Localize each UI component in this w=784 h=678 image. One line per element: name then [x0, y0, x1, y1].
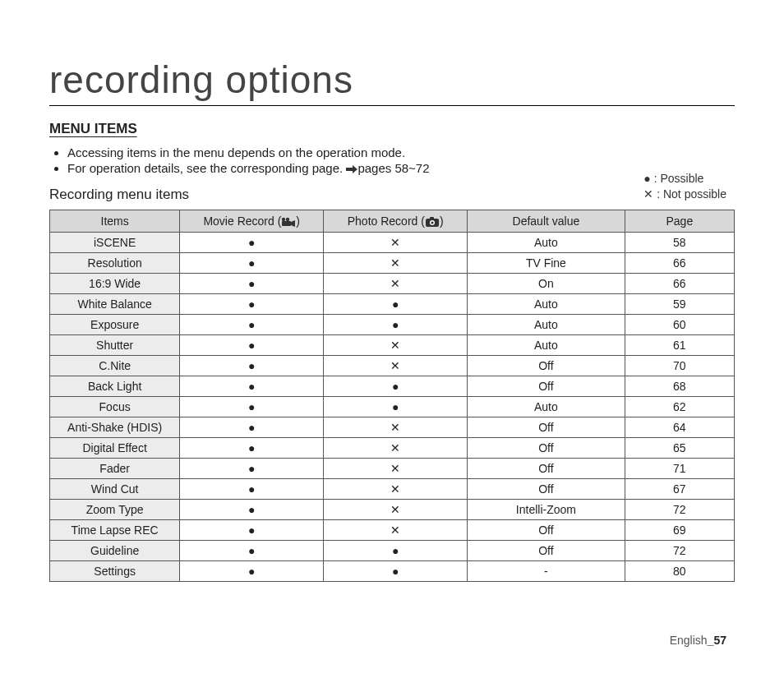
cell-page: 59 [625, 294, 734, 315]
legend-not-possible: : Not possible [653, 187, 726, 201]
cross-icon: ✕ [390, 482, 400, 496]
table-row: Settings●●-80 [50, 561, 735, 582]
page-ref: pages 58~72 [357, 161, 429, 175]
cell-page: 60 [625, 315, 734, 335]
cell-movie: ● [180, 397, 324, 417]
cell-movie: ● [180, 376, 324, 397]
cross-icon: ✕ [390, 256, 400, 270]
table-row: Digital Effect●✕Off65 [50, 438, 735, 459]
dot-icon: ● [248, 421, 255, 434]
cell-movie: ● [180, 459, 324, 479]
cell-item: Wind Cut [50, 479, 180, 500]
dot-icon: ● [643, 172, 650, 185]
cell-default: Off [468, 376, 625, 397]
dot-icon: ● [392, 318, 399, 331]
cell-photo: ● [324, 294, 468, 315]
cell-default: Intelli-Zoom [468, 500, 625, 520]
cell-page: 67 [625, 479, 734, 500]
footer-page: 57 [713, 634, 726, 647]
cell-page: 69 [625, 520, 734, 541]
cell-page: 72 [625, 500, 734, 520]
cell-page: 58 [625, 233, 734, 253]
cell-item: iSCENE [50, 233, 180, 253]
cell-default: Off [468, 520, 625, 541]
cell-default: Auto [468, 233, 625, 253]
cross-icon: ✕ [390, 421, 400, 434]
cell-page: 70 [625, 356, 734, 376]
cell-item: C.Nite [50, 356, 180, 376]
footer-lang: English [670, 634, 708, 647]
cell-page: 72 [625, 541, 734, 561]
table-body: iSCENE●✕Auto58Resolution●✕TV Fine6616:9 … [50, 233, 735, 582]
table-row: 16:9 Wide●✕On66 [50, 274, 735, 294]
cell-movie: ● [180, 561, 324, 582]
cell-photo: ✕ [324, 479, 468, 500]
table-row: Shutter●✕Auto61 [50, 335, 735, 356]
table-row: Focus●●Auto62 [50, 397, 735, 417]
cell-photo: ● [324, 315, 468, 335]
dot-icon: ● [248, 544, 255, 557]
table-row: Exposure●●Auto60 [50, 315, 735, 335]
cell-item: White Balance [50, 294, 180, 315]
camera-icon [425, 214, 440, 228]
cell-item: Time Lapse REC [50, 520, 180, 541]
cell-default: Off [468, 541, 625, 561]
table-row: Resolution●✕TV Fine66 [50, 253, 735, 274]
cell-page: 66 [625, 274, 734, 294]
cell-default: Off [468, 479, 625, 500]
cell-photo: ✕ [324, 520, 468, 541]
dot-icon: ● [248, 482, 255, 496]
dot-icon: ● [248, 503, 255, 516]
dot-icon: ● [392, 400, 399, 413]
cell-default: TV Fine [468, 253, 625, 274]
cross-icon: ✕ [390, 339, 400, 352]
dot-icon: ● [248, 565, 255, 578]
cell-photo: ✕ [324, 233, 468, 253]
cell-item: 16:9 Wide [50, 274, 180, 294]
table-row: Fader●✕Off71 [50, 459, 735, 479]
cell-movie: ● [180, 315, 324, 335]
cell-page: 71 [625, 459, 734, 479]
cell-movie: ● [180, 233, 324, 253]
cross-icon: ✕ [390, 523, 400, 537]
cell-photo: ● [324, 376, 468, 397]
col-page: Page [625, 210, 734, 233]
table-row: Zoom Type●✕Intelli-Zoom72 [50, 500, 735, 520]
cell-default: Off [468, 356, 625, 376]
cell-item: Settings [50, 561, 180, 582]
cross-icon: ✕ [390, 277, 400, 290]
cell-default: Auto [468, 294, 625, 315]
cell-movie: ● [180, 541, 324, 561]
cell-item: Back Light [50, 376, 180, 397]
dot-icon: ● [248, 400, 255, 413]
cell-photo: ✕ [324, 274, 468, 294]
table-row: C.Nite●✕Off70 [50, 356, 735, 376]
dot-icon: ● [248, 380, 255, 393]
cell-photo: ✕ [324, 335, 468, 356]
page-title: recording options [49, 58, 735, 106]
cross-icon: ✕ [390, 359, 400, 372]
cell-page: 64 [625, 417, 734, 438]
cross-icon: ✕ [390, 462, 400, 475]
cell-movie: ● [180, 294, 324, 315]
dot-icon: ● [248, 339, 255, 352]
cell-photo: ✕ [324, 356, 468, 376]
cell-movie: ● [180, 253, 324, 274]
cell-default: Auto [468, 315, 625, 335]
cell-item: Zoom Type [50, 500, 180, 520]
dot-icon: ● [392, 380, 399, 393]
col-photo: Photo Record () [324, 210, 468, 233]
bullet-item: Accessing items in the menu depends on t… [67, 145, 735, 159]
cell-item: Anti-Shake (HDIS) [50, 417, 180, 438]
cell-photo: ✕ [324, 500, 468, 520]
col-items: Items [50, 210, 180, 233]
cross-icon: ✕ [390, 441, 400, 454]
dot-icon: ● [248, 441, 255, 454]
cell-page: 66 [625, 253, 734, 274]
cross-icon: ✕ [390, 236, 400, 249]
page-footer: English_57 [670, 634, 726, 647]
cell-movie: ● [180, 438, 324, 459]
table-row: Guideline●●Off72 [50, 541, 735, 561]
cell-movie: ● [180, 479, 324, 500]
arrow-right-icon [346, 161, 357, 175]
